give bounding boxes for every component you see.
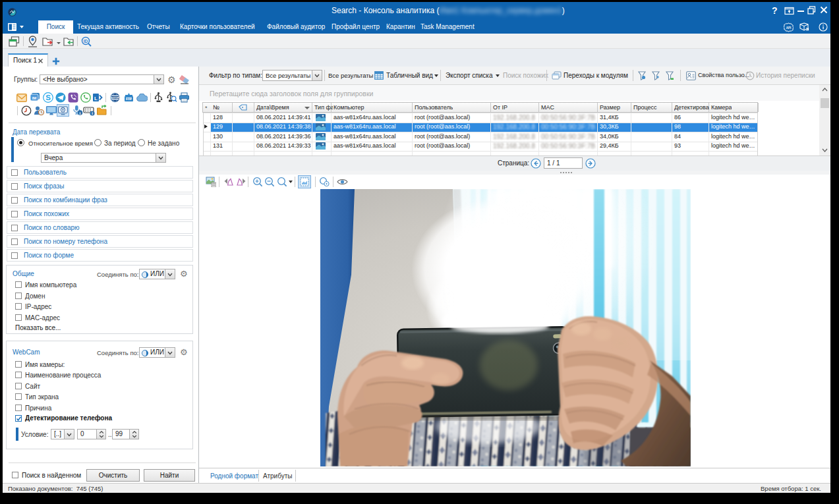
svg-text:L: L [94,96,98,101]
svg-text:S: S [45,94,51,101]
svg-text:IM: IM [32,96,37,100]
svg-text:API: API [786,26,792,30]
svg-text:FTP: FTP [126,98,132,101]
svg-text:ID: ID [84,39,88,43]
svg-text:HTTP: HTTP [111,96,119,99]
svg-text:i: i [80,111,81,115]
